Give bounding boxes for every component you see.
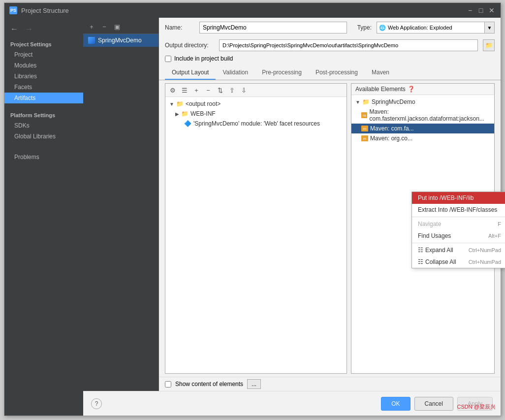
output-tree-sort-btn[interactable]: ⇅ [215, 85, 225, 96]
minimize-button[interactable]: − [466, 6, 474, 14]
artifact-icon-small: 🌐 [379, 25, 386, 31]
ctx-separator-1 [412, 217, 505, 217]
web-inf-item[interactable]: ▶ 📁 WEB-INF [165, 109, 347, 119]
sidebar-item-project[interactable]: Project [4, 49, 83, 60]
avail-maven3-label: Maven: org.co... [370, 135, 412, 142]
name-label: Name: [165, 24, 194, 31]
title-bar: PS Project Structure − □ ✕ [4, 3, 501, 18]
tab-pre-processing[interactable]: Pre-processing [255, 66, 309, 80]
avail-folder-icon: 📁 [362, 98, 370, 105]
avail-maven2-label: Maven: com.fa... [370, 125, 414, 132]
output-root-label: <output root> [186, 100, 221, 107]
available-help-button[interactable]: ❓ [408, 86, 415, 93]
module-label: 'SpringMvcDemo' module: 'Web' facet reso… [193, 120, 320, 127]
avail-springmvcdemo[interactable]: ▼ 📁 SpringMvcDemo [351, 97, 494, 107]
copy-artifact-button[interactable]: ▣ [112, 21, 123, 32]
web-inf-folder-icon: 📁 [181, 110, 189, 117]
browse-button[interactable]: 📁 [483, 39, 495, 51]
name-input[interactable] [199, 22, 347, 33]
output-tree-up-btn[interactable]: ⇧ [226, 85, 237, 96]
back-button[interactable]: ← [8, 24, 20, 34]
output-dir-input[interactable] [219, 39, 478, 51]
type-value: Web Application: Exploded [388, 25, 482, 31]
artifact-item-springmvcdemo[interactable]: SpringMvcDemo [83, 34, 158, 47]
web-inf-label: WEB-INF [190, 110, 216, 117]
avail-maven2-icon: m [361, 126, 368, 131]
artifact-name-label: SpringMvcDemo [98, 37, 142, 44]
tab-validation[interactable]: Validation [216, 66, 255, 80]
sidebar-item-modules[interactable]: Modules [4, 60, 83, 71]
output-tree-list-btn[interactable]: ☰ [179, 85, 190, 96]
sidebar-item-global-libraries[interactable]: Global Libraries [4, 131, 83, 142]
output-root-item[interactable]: ▼ 📁 <output root> [165, 99, 347, 109]
platform-settings-section: Platform Settings [4, 109, 83, 120]
output-tree-remove-btn[interactable]: − [203, 85, 214, 96]
app-icon: PS [9, 6, 17, 14]
include-in-project-build-label: Include in project build [174, 55, 233, 62]
tab-output-layout[interactable]: Output Layout [165, 66, 216, 80]
avail-maven1[interactable]: m Maven: com.fasterxml.jackson.dataforma… [351, 107, 494, 124]
ctx-expand-all[interactable]: ☷ Expand All Ctrl+NumPad [412, 244, 505, 256]
available-elements-label: Available Elements [355, 86, 406, 93]
sidebar-item-artifacts[interactable]: Artifacts [4, 93, 83, 103]
ctx-collapse-all[interactable]: ☷ Collapse All Ctrl+NumPad [412, 256, 505, 268]
project-settings-section: Project Settings [4, 38, 83, 49]
dots-button[interactable]: ... [247, 379, 261, 389]
sidebar: ← → Project Settings Project Modules Lib… [4, 18, 83, 416]
artifact-list: + − ▣ SpringMvcDemo [83, 18, 159, 391]
avail-maven1-icon: m [361, 112, 367, 118]
window-title: Project Structure [21, 7, 69, 14]
ctx-extract-into-classes[interactable]: Extract Into /WEB-INF/classes [412, 204, 505, 216]
help-button[interactable]: ? [91, 398, 102, 409]
output-root-folder-icon: 📁 [176, 100, 184, 107]
ctx-separator-2 [412, 243, 505, 243]
sidebar-item-libraries[interactable]: Libraries [4, 71, 83, 82]
output-tree-settings-btn[interactable]: ⚙ [167, 85, 178, 96]
sidebar-item-sdks[interactable]: SDKs [4, 120, 83, 131]
output-tree: ⚙ ☰ + − ⇅ ⇧ ⇩ ▼ 📁 [165, 83, 347, 374]
show-content-checkbox[interactable] [165, 381, 171, 388]
add-artifact-button[interactable]: + [86, 21, 97, 32]
ctx-find-usages[interactable]: Find Usages Alt+F [412, 230, 505, 242]
module-facet-item[interactable]: 🔷 'SpringMvcDemo' module: 'Web' facet re… [165, 119, 347, 129]
ok-button[interactable]: OK [381, 397, 410, 411]
bottom-bar: Show content of elements ... [159, 377, 501, 391]
output-dir-label: Output directory: [165, 42, 214, 49]
avail-maven3-icon: m [361, 135, 368, 141]
avail-maven2[interactable]: m Maven: com.fa... [351, 124, 494, 133]
context-menu: Put into /WEB-INF/lib Extract Into /WEB-… [411, 192, 505, 268]
tabs-bar: Output Layout Validation Pre-processing … [159, 66, 501, 80]
watermark: CSDN @梁辰兴 [457, 403, 496, 411]
forward-button[interactable]: → [23, 24, 35, 34]
show-content-label: Show content of elements [175, 381, 243, 388]
close-button[interactable]: ✕ [488, 6, 496, 14]
ctx-navigate: Navigate F [412, 218, 505, 230]
include-in-project-build-checkbox[interactable] [165, 56, 171, 62]
cancel-button[interactable]: Cancel [414, 397, 453, 411]
output-tree-add-btn[interactable]: + [191, 85, 202, 96]
tab-maven[interactable]: Maven [365, 66, 396, 80]
tab-post-processing[interactable]: Post-processing [309, 66, 365, 80]
avail-springmvcdemo-label: SpringMvcDemo [372, 98, 415, 105]
avail-maven1-label: Maven: com.fasterxml.jackson.dataformat:… [369, 108, 490, 122]
type-dropdown-button[interactable]: ▼ [485, 22, 495, 33]
sidebar-item-facets[interactable]: Facets [4, 82, 83, 93]
output-tree-down-btn[interactable]: ⇩ [238, 85, 249, 96]
maximize-button[interactable]: □ [477, 6, 485, 14]
ctx-put-into-webinf-lib[interactable]: Put into /WEB-INF/lib [412, 192, 505, 204]
remove-artifact-button[interactable]: − [99, 21, 110, 32]
footer: ? OK Cancel Apply [83, 391, 501, 416]
module-icon: 🔷 [184, 120, 191, 127]
type-label: Type: [352, 24, 372, 31]
sidebar-item-problems[interactable]: Problems [4, 152, 83, 162]
avail-maven3[interactable]: m Maven: org.co... [351, 133, 494, 143]
